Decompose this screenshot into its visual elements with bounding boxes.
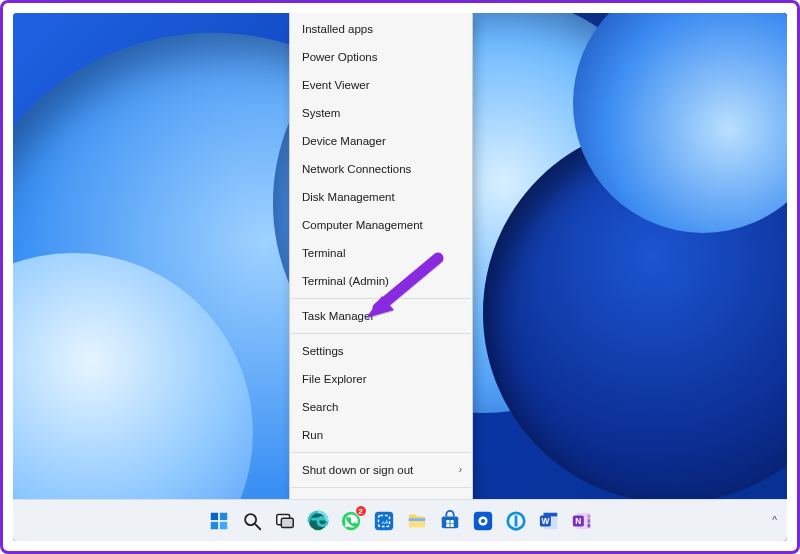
menu-item-label: Device Manager <box>302 135 386 147</box>
taskbar-explorer-icon[interactable] <box>404 508 430 534</box>
taskbar-task-view-icon[interactable] <box>272 508 298 534</box>
menu-separator <box>291 333 471 334</box>
svg-rect-18 <box>450 523 453 526</box>
menu-item-label: Network Connections <box>302 163 411 175</box>
taskbar-start-icon[interactable] <box>206 508 232 534</box>
menu-item-file-explorer[interactable]: File Explorer <box>290 365 472 393</box>
screenshot-frame: Installed appsPower OptionsEvent ViewerS… <box>0 0 800 554</box>
taskbar-search-icon[interactable] <box>239 508 265 534</box>
menu-item-power-options[interactable]: Power Options <box>290 43 472 71</box>
svg-rect-17 <box>446 523 449 526</box>
menu-item-system[interactable]: System <box>290 99 472 127</box>
menu-item-label: Settings <box>302 345 344 357</box>
taskbar-snip-icon[interactable] <box>371 508 397 534</box>
taskbar-onenote-icon[interactable]: N <box>569 508 595 534</box>
svg-point-21 <box>480 518 484 522</box>
menu-item-task-manager[interactable]: Task Manager <box>290 302 472 330</box>
menu-separator <box>291 452 471 453</box>
svg-rect-13 <box>408 518 425 521</box>
svg-rect-2 <box>210 521 217 528</box>
svg-rect-31 <box>587 523 590 527</box>
svg-rect-29 <box>587 514 590 518</box>
svg-point-4 <box>245 514 256 525</box>
menu-item-label: File Explorer <box>302 373 367 385</box>
taskbar-app-o-icon[interactable] <box>503 508 529 534</box>
svg-rect-30 <box>587 519 590 523</box>
svg-rect-14 <box>441 516 458 528</box>
menu-item-label: Search <box>302 401 338 413</box>
svg-rect-23 <box>514 515 517 526</box>
menu-item-label: Computer Management <box>302 219 423 231</box>
menu-item-label: Disk Management <box>302 191 395 203</box>
chevron-right-icon: › <box>459 463 462 477</box>
menu-item-search[interactable]: Search <box>290 393 472 421</box>
svg-rect-15 <box>446 520 449 523</box>
taskbar-store-icon[interactable] <box>437 508 463 534</box>
taskbar-word-icon[interactable]: W <box>536 508 562 534</box>
menu-item-network-connections[interactable]: Network Connections <box>290 155 472 183</box>
svg-rect-1 <box>219 512 226 519</box>
svg-text:W: W <box>541 516 549 525</box>
menu-item-settings[interactable]: Settings <box>290 337 472 365</box>
taskbar-app-blue-icon[interactable] <box>470 508 496 534</box>
svg-rect-0 <box>210 512 217 519</box>
taskbar-edge-icon[interactable] <box>305 508 331 534</box>
menu-item-terminal-admin[interactable]: Terminal (Admin) <box>290 267 472 295</box>
system-tray[interactable]: ^ <box>772 499 777 541</box>
menu-item-computer-management[interactable]: Computer Management <box>290 211 472 239</box>
menu-item-device-manager[interactable]: Device Manager <box>290 127 472 155</box>
menu-item-label: Task Manager <box>302 310 374 322</box>
menu-item-installed-apps[interactable]: Installed apps <box>290 15 472 43</box>
menu-item-label: Event Viewer <box>302 79 370 91</box>
menu-item-event-viewer[interactable]: Event Viewer <box>290 71 472 99</box>
winx-context-menu: Installed appsPower OptionsEvent ViewerS… <box>289 13 473 522</box>
menu-item-label: Installed apps <box>302 23 373 35</box>
menu-item-label: System <box>302 107 340 119</box>
menu-item-label: Shut down or sign out <box>302 464 413 476</box>
menu-item-label: Run <box>302 429 323 441</box>
menu-item-label: Terminal <box>302 247 345 259</box>
menu-item-disk-management[interactable]: Disk Management <box>290 183 472 211</box>
svg-line-5 <box>255 524 260 529</box>
menu-separator <box>291 298 471 299</box>
menu-separator <box>291 487 471 488</box>
menu-item-label: Terminal (Admin) <box>302 275 389 287</box>
svg-rect-10 <box>374 511 392 529</box>
menu-item-terminal[interactable]: Terminal <box>290 239 472 267</box>
menu-item-run[interactable]: Run <box>290 421 472 449</box>
tray-expand-icon[interactable]: ^ <box>772 515 777 526</box>
taskbar-whatsapp-icon[interactable]: 2 <box>338 508 364 534</box>
taskbar: 2WN <box>13 499 787 541</box>
desktop-viewport: Installed appsPower OptionsEvent ViewerS… <box>13 13 787 541</box>
menu-item-shut-down-or-sign-out[interactable]: Shut down or sign out› <box>290 456 472 484</box>
notification-badge: 2 <box>355 505 367 517</box>
svg-rect-7 <box>281 518 293 527</box>
svg-rect-3 <box>219 521 226 528</box>
svg-text:N: N <box>575 516 581 525</box>
menu-item-label: Power Options <box>302 51 377 63</box>
svg-rect-16 <box>450 520 453 523</box>
